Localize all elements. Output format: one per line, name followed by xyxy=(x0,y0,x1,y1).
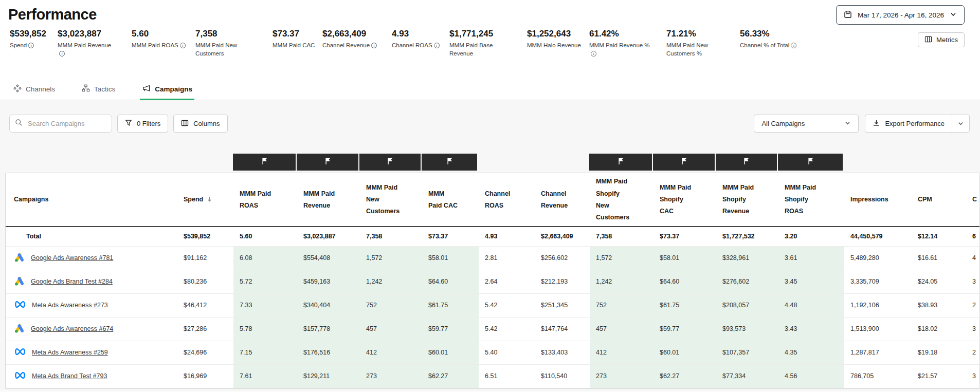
column-header-mmm-paid-shopify-cac[interactable]: MMM Paid Shopify CAC xyxy=(654,173,716,227)
metric-cell: $208,057 xyxy=(716,293,778,317)
badge-spacer xyxy=(534,154,589,171)
column-header-spend[interactable]: Spend xyxy=(177,173,233,227)
info-icon[interactable]: i xyxy=(791,43,796,48)
table-row: Meta Ads Brand Test #793$16,9697.61$129,… xyxy=(6,364,980,388)
campaign-link[interactable]: Meta Ads Awareness #273 xyxy=(32,302,108,309)
metric-cell: $46,412 xyxy=(177,293,233,317)
metric-cell: 1,242 xyxy=(590,270,654,293)
column-header-mmm-paid-shopify-new-customers[interactable]: MMM Paid Shopify New Customers xyxy=(590,173,654,227)
metric-cell: $24,696 xyxy=(177,341,233,364)
export-performance-label: Export Performance xyxy=(885,120,945,127)
column-header-mmm-paid-new-customers[interactable]: MMM Paid New Customers xyxy=(360,173,422,227)
campaign-link[interactable]: Google Ads Awareness #674 xyxy=(31,325,113,332)
calendar-icon xyxy=(844,10,852,20)
tab-channels[interactable]: Channels xyxy=(11,81,57,100)
column-header-mmm-paid-roas[interactable]: MMM Paid ROAS xyxy=(233,173,297,227)
filters-button[interactable]: 0 Filters xyxy=(117,115,168,133)
kpi-card: 4.93Channel ROASi xyxy=(392,29,449,58)
info-icon[interactable]: i xyxy=(434,43,440,48)
total-label: Total xyxy=(6,227,177,246)
kpi-card: 5.60MMM Paid ROASi xyxy=(132,29,195,58)
campaign-scope-select[interactable]: All Campaigns xyxy=(754,115,859,133)
flag-icon xyxy=(617,157,625,167)
kpi-card: $1,252,643MMM Halo Revenue xyxy=(527,29,589,58)
column-header-impressions[interactable]: Impressions xyxy=(844,173,912,227)
table-row: Google Ads Brand Test #284$80,2365.72$45… xyxy=(6,270,980,293)
metric-cell: $59.77 xyxy=(654,317,716,341)
metric-cell: 1,242 xyxy=(360,270,422,293)
kpi-value: 61.42% xyxy=(589,29,662,39)
badge-spacer xyxy=(5,154,177,171)
mmm-column-badge xyxy=(359,154,421,171)
column-header-label: Channel Revenue xyxy=(541,190,568,209)
search-input[interactable] xyxy=(27,119,106,128)
total-cell: 44,450,579 xyxy=(844,227,912,246)
top-header: Performance Mar 17, 2026 - Apr 16, 2026 xyxy=(0,0,980,25)
metric-cell: $58.01 xyxy=(654,246,716,270)
campaign-link[interactable]: Meta Ads Awareness #259 xyxy=(32,349,108,356)
campaign-cell: Google Ads Awareness #781 xyxy=(6,246,177,270)
metric-cell: $276,602 xyxy=(716,270,778,293)
date-range-picker[interactable]: Mar 17, 2026 - Apr 16, 2026 xyxy=(836,5,965,25)
info-icon[interactable]: i xyxy=(371,43,377,48)
kpi-label: MMM Paid New Customers % xyxy=(666,41,727,58)
metric-cell: 273 xyxy=(590,364,654,388)
metric-cell: 3,335,709 xyxy=(844,270,912,293)
filters-button-label: 0 Filters xyxy=(137,120,160,127)
metric-cell: 3 xyxy=(966,270,980,293)
info-icon[interactable]: i xyxy=(180,43,186,48)
column-header-mmm-paid-revenue[interactable]: MMM Paid Revenue xyxy=(297,173,360,227)
campaign-link[interactable]: Google Ads Brand Test #284 xyxy=(31,278,113,285)
flag-icon xyxy=(807,157,814,167)
table-section: 0 Filters Columns All Campaigns xyxy=(0,100,980,391)
metric-cell: 3 xyxy=(966,364,980,388)
column-header-cpm[interactable]: CPM xyxy=(912,173,966,227)
kpi-value: $73.37 xyxy=(273,29,318,39)
tab-tactics[interactable]: Tactics xyxy=(80,81,117,100)
campaigns-table: CampaignsSpendMMM Paid ROASMMM Paid Reve… xyxy=(6,173,980,388)
metric-cell: $93,573 xyxy=(716,317,778,341)
metric-cell: $64.60 xyxy=(654,270,716,293)
column-header-channel-roas[interactable]: Channel ROAS xyxy=(479,173,535,227)
campaign-link[interactable]: Meta Ads Brand Test #793 xyxy=(32,372,107,380)
table-row: Meta Ads Awareness #259$24,6967.15$176,5… xyxy=(6,341,980,364)
total-cell: 4.93 xyxy=(479,227,535,246)
info-icon[interactable]: i xyxy=(59,51,65,57)
column-header-mmm-paid-shopify-roas[interactable]: MMM Paid Shopify ROAS xyxy=(778,173,844,227)
tab-label: Campaigns xyxy=(155,85,192,93)
column-header-label: Impressions xyxy=(850,196,888,203)
column-header-mmm-paid-cac[interactable]: MMM Paid CAC xyxy=(422,173,479,227)
metric-cell: $77,334 xyxy=(716,364,778,388)
date-range-value: Mar 17, 2026 - Apr 16, 2026 xyxy=(858,11,944,19)
column-header-c[interactable]: C xyxy=(966,173,980,227)
metrics-button[interactable]: Metrics xyxy=(918,32,965,47)
kpi-value: 56.33% xyxy=(740,29,808,39)
campaign-link[interactable]: Google Ads Awareness #781 xyxy=(31,254,113,262)
metric-cell: 3.45 xyxy=(778,270,844,293)
campaign-scope-value: All Campaigns xyxy=(761,120,805,127)
metric-cell: $16,969 xyxy=(177,364,233,388)
export-options-caret[interactable] xyxy=(952,115,969,132)
kpi-label: Channel ROASi xyxy=(392,41,445,49)
column-header-label: C xyxy=(972,196,977,203)
kpi-card: $539,852Spendi xyxy=(10,29,58,58)
flag-icon xyxy=(386,157,394,167)
total-cell: $2,663,409 xyxy=(535,227,590,246)
metric-cell: 5.42 xyxy=(479,293,535,317)
info-icon[interactable]: i xyxy=(591,51,596,57)
metric-cell: 4.35 xyxy=(778,341,844,364)
tab-campaigns[interactable]: Campaigns xyxy=(140,81,194,100)
columns-button[interactable]: Columns xyxy=(173,115,227,133)
channels-icon xyxy=(13,84,22,94)
column-header-campaigns[interactable]: Campaigns xyxy=(6,173,177,227)
metric-cell: $64.60 xyxy=(422,270,479,293)
info-icon[interactable]: i xyxy=(28,43,34,48)
table-header-row: CampaignsSpendMMM Paid ROASMMM Paid Reve… xyxy=(6,173,980,227)
kpi-value: $539,852 xyxy=(10,29,53,39)
export-performance-button[interactable]: Export Performance xyxy=(865,115,952,132)
metric-cell: 1,572 xyxy=(360,246,422,270)
column-header-mmm-paid-shopify-revenue[interactable]: MMM Paid Shopify Revenue xyxy=(716,173,778,227)
google-ads-icon xyxy=(14,275,25,288)
column-header-channel-revenue[interactable]: Channel Revenue xyxy=(535,173,590,227)
flag-icon xyxy=(324,157,332,167)
